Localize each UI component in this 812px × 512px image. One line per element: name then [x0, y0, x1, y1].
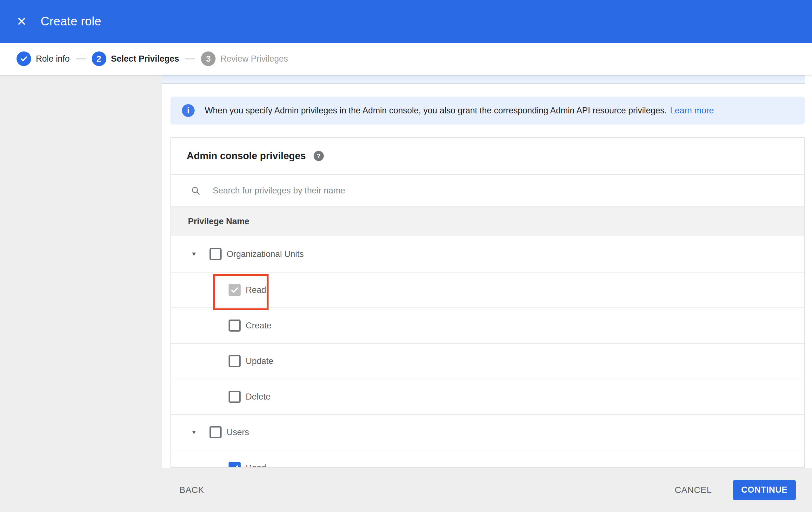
learn-more-link[interactable]: Learn more — [670, 106, 714, 116]
stepper: Role info 2 Select Privileges 3 Review P… — [0, 43, 812, 75]
checkbox-ou-delete[interactable] — [229, 391, 241, 403]
step-select-privileges[interactable]: 2 Select Privileges — [92, 51, 179, 66]
step-role-info[interactable]: Role info — [17, 51, 70, 66]
info-icon: i — [182, 104, 195, 117]
privilege-row-users-read[interactable]: Read — [171, 450, 804, 468]
collapse-arrow-icon[interactable]: ▼ — [190, 251, 198, 258]
checkbox-users-read[interactable] — [229, 462, 241, 468]
privilege-label: Read — [246, 463, 266, 468]
collapse-arrow-icon[interactable]: ▼ — [190, 429, 198, 436]
privilege-row-ou-update[interactable]: Update — [171, 343, 804, 379]
checkbox-ou-read — [229, 284, 241, 296]
privilege-label: Update — [246, 356, 273, 366]
checkbox-ou-create[interactable] — [229, 320, 241, 331]
privilege-search-row — [171, 174, 804, 207]
left-sidebar — [0, 75, 162, 468]
step-label: Select Privileges — [111, 54, 179, 64]
privilege-row-ou-read[interactable]: Read — [171, 272, 804, 307]
privilege-name-column-header: Privilege Name — [171, 207, 804, 236]
privilege-row-ou-delete[interactable]: Delete — [171, 379, 804, 414]
card-header: Admin console privileges ? — [171, 138, 804, 174]
footer-action-bar: BACK CANCEL CONTINUE — [0, 468, 812, 512]
info-banner-text: When you specify Admin privileges in the… — [205, 106, 667, 116]
search-input[interactable] — [212, 186, 804, 196]
step-label: Role info — [36, 54, 70, 64]
step-number: 3 — [201, 51, 215, 66]
step-connector — [76, 58, 86, 59]
checkbox-ou-update[interactable] — [229, 355, 241, 367]
checkbox-users[interactable] — [209, 426, 222, 438]
footer-right-actions: CANCEL CONTINUE — [674, 480, 796, 500]
privilege-label: Users — [227, 428, 249, 437]
close-icon[interactable]: ✕ — [13, 13, 30, 30]
step-label: Review Privileges — [220, 54, 288, 64]
privilege-row-users[interactable]: ▼ Users — [171, 414, 804, 450]
privilege-label: Read — [246, 285, 266, 295]
page-title: Create role — [40, 15, 101, 28]
create-role-dialog: ✕ Create role Role info 2 Select Privile… — [0, 0, 812, 512]
app-bar: ✕ Create role — [0, 0, 812, 43]
step-connector — [185, 58, 195, 59]
back-button[interactable]: BACK — [179, 485, 204, 495]
step-number: 2 — [92, 51, 106, 66]
privilege-label: Delete — [246, 392, 270, 402]
privilege-row-organizational-units[interactable]: ▼ Organizational Units — [171, 236, 804, 272]
continue-button[interactable]: CONTINUE — [733, 480, 796, 500]
step-check-icon — [17, 51, 31, 66]
cancel-button[interactable]: CANCEL — [674, 485, 712, 495]
dialog-body: i When you specify Admin privileges in t… — [0, 75, 812, 468]
privilege-row-ou-create[interactable]: Create — [171, 307, 804, 343]
scrolled-content-strip — [162, 75, 805, 84]
help-icon[interactable]: ? — [314, 151, 324, 161]
privilege-label: Organizational Units — [227, 249, 304, 259]
step-review-privileges[interactable]: 3 Review Privileges — [201, 51, 288, 66]
main-content: i When you specify Admin privileges in t… — [162, 75, 812, 468]
privilege-label: Create — [246, 321, 271, 331]
admin-console-privileges-card: Admin console privileges ? Privilege Nam… — [171, 137, 805, 468]
checkbox-organizational-units[interactable] — [209, 248, 222, 260]
search-icon — [191, 186, 201, 196]
info-banner: i When you specify Admin privileges in t… — [171, 97, 805, 125]
card-title: Admin console privileges — [187, 150, 306, 162]
